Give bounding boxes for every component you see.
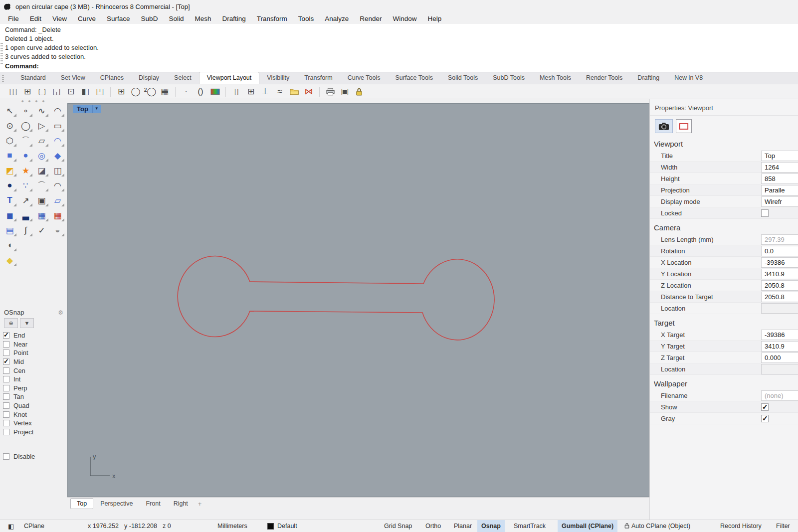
osnap-item-mid[interactable]: Mid <box>3 357 67 366</box>
menu-mesh[interactable]: Mesh <box>189 14 216 23</box>
toolbar-tab-visibility[interactable]: Visibility <box>259 72 297 84</box>
tool-boolean[interactable]: ● <box>2 178 18 193</box>
palette-drag-handle[interactable]: ● ● ● ● <box>0 99 67 103</box>
tool-dock-surface[interactable]: ▃ <box>18 208 34 223</box>
new-layout-page-icon[interactable]: ▯ <box>230 86 242 98</box>
end-checkbox[interactable] <box>3 332 9 339</box>
tool-control-point-curve[interactable]: ∿ <box>34 103 50 118</box>
show-checkbox[interactable] <box>761 403 769 411</box>
menu-tools[interactable]: Tools <box>293 14 320 23</box>
point-checkbox[interactable] <box>3 350 9 356</box>
section-wave-icon[interactable]: ≈ <box>274 86 286 98</box>
status-toggle-planar[interactable]: Planar <box>454 520 472 532</box>
toolbar-tab-select[interactable]: Select <box>167 72 199 84</box>
tool-select[interactable]: ↖ <box>2 103 18 118</box>
cplane-pane-icon[interactable]: ◧ <box>8 520 14 532</box>
disable-checkbox[interactable] <box>3 453 9 460</box>
filename-input[interactable]: (none) <box>761 390 798 401</box>
osnap-item-int[interactable]: Int <box>3 375 67 384</box>
locked-checkbox[interactable] <box>761 209 769 217</box>
toolbar-tab-cplanes[interactable]: CPlanes <box>93 72 131 84</box>
status-toggle-osnap[interactable]: Osnap <box>477 520 505 532</box>
menu-drafting[interactable]: Drafting <box>216 14 251 23</box>
tool-scoop[interactable]: ◖ <box>2 238 18 253</box>
tool-boolean-union[interactable]: ◒ <box>50 223 66 238</box>
osnap-item-tan[interactable]: Tan <box>3 392 67 401</box>
menu-edit[interactable]: Edit <box>24 14 47 23</box>
osnap-item-near[interactable]: Near <box>3 340 67 349</box>
print-icon[interactable] <box>324 86 336 98</box>
width-input[interactable]: 1264 <box>761 162 798 173</box>
tool-bend[interactable]: ∫ <box>18 223 34 238</box>
tool-move-points[interactable]: ↗ <box>18 193 34 208</box>
near-checkbox[interactable] <box>3 341 9 348</box>
status-toggle-filter[interactable]: Filter <box>776 520 790 532</box>
osnap-item-end[interactable]: End <box>3 331 67 340</box>
toolbar-tab-display[interactable]: Display <box>131 72 167 84</box>
tool-plane[interactable]: ▱ <box>50 193 66 208</box>
display-gradient-icon[interactable] <box>209 86 221 98</box>
grid-options-icon[interactable]: ▦ <box>159 86 171 98</box>
zoom-grid-icon[interactable]: ⊞ <box>115 86 127 98</box>
tool-solid-box[interactable]: ◼ <box>2 208 18 223</box>
tool-fillet-curves[interactable]: ⌒ <box>18 133 34 148</box>
tool-circle[interactable]: ⊙ <box>2 118 18 133</box>
osnap-item-perp[interactable]: Perp <box>3 384 67 393</box>
distance-to-target-input[interactable]: 2050.8 <box>761 292 798 302</box>
lock-viewport-icon[interactable] <box>353 86 365 98</box>
status-toggle-gumball-cplane[interactable]: Gumball (CPlane) <box>558 520 617 532</box>
command-prompt[interactable]: Command: <box>5 61 798 71</box>
tool-check-selection[interactable]: ✓ <box>34 223 50 238</box>
gear-icon[interactable]: ⚙ <box>58 309 63 316</box>
tool-blend-curve[interactable]: ⌒ <box>34 178 50 193</box>
projection-input[interactable]: Paralle <box>761 185 798 195</box>
menu-transform[interactable]: Transform <box>251 14 293 23</box>
tool-arc[interactable]: ◠ <box>50 103 66 118</box>
viewport-properties-button[interactable] <box>676 119 692 133</box>
tool-surface-from-curves[interactable]: ◠ <box>50 133 66 148</box>
menu-subd[interactable]: SubD <box>136 14 164 23</box>
menu-view[interactable]: View <box>47 14 72 23</box>
status-toggle-record-history[interactable]: Record History <box>720 520 762 532</box>
tool-polygon[interactable]: ▷ <box>34 118 50 133</box>
quad-checkbox[interactable] <box>3 402 9 409</box>
rotation-input[interactable]: 0.0 <box>761 246 798 256</box>
tool-ellipse[interactable]: ◯ <box>18 118 34 133</box>
tool-torus[interactable]: ◎ <box>34 148 50 163</box>
section-tool-icon[interactable]: ⊥ <box>259 86 271 98</box>
osnap-filter-button[interactable]: ▼ <box>20 318 34 328</box>
curve-display-icon[interactable]: () <box>195 86 206 98</box>
zoom-extents-all-icon[interactable]: ²◯ <box>144 86 156 98</box>
tool-grid-array[interactable]: ▦ <box>34 208 50 223</box>
z-target-input[interactable]: 0.000 <box>761 353 798 363</box>
zoom-extents-icon[interactable]: ◯ <box>130 86 142 98</box>
perp-checkbox[interactable] <box>3 385 9 391</box>
tool-linear-array[interactable]: ▦ <box>50 208 66 223</box>
tool-explode[interactable]: ★ <box>18 163 34 178</box>
title-input[interactable]: Top <box>761 151 798 161</box>
x-target-input[interactable]: -39386 <box>761 330 798 340</box>
toolbar-tab-viewport-layout[interactable]: Viewport Layout <box>199 72 259 84</box>
point-display-icon[interactable]: · <box>180 86 192 98</box>
tool-plugin[interactable]: ◩ <box>2 163 18 178</box>
status-toggle-grid-snap[interactable]: Grid Snap <box>384 520 412 532</box>
layout-grid-icon[interactable]: ⊞ <box>245 86 257 98</box>
osnap-item-point[interactable]: Point <box>3 349 67 357</box>
menu-analyze[interactable]: Analyze <box>319 14 354 23</box>
cen-checkbox[interactable] <box>3 367 9 374</box>
tool-arc-tangent[interactable]: ◠ <box>50 178 66 193</box>
tool-copy-array[interactable]: ▣ <box>34 193 50 208</box>
viewport-new-icon[interactable]: ⊡ <box>65 86 77 98</box>
tool-point-cloud[interactable]: ∵ <box>18 178 34 193</box>
mid-checkbox[interactable] <box>3 358 9 365</box>
y-target-input[interactable]: 3410.9 <box>761 341 798 352</box>
units-pane[interactable]: Millimeters <box>217 520 247 532</box>
viewport-split-vertical-icon[interactable]: ◫ <box>7 86 19 98</box>
menu-solid[interactable]: Solid <box>163 14 189 23</box>
y-location-input[interactable]: 3410.9 <box>761 269 798 279</box>
viewport-canvas[interactable]: y x <box>68 104 649 497</box>
chevron-down-icon[interactable]: ▼ <box>92 105 101 113</box>
tool-polyline[interactable]: ⬡ <box>2 133 18 148</box>
status-toggle-smarttrack[interactable]: SmartTrack <box>514 520 546 532</box>
toolbar-tab-new-in-v8[interactable]: New in V8 <box>667 72 710 84</box>
